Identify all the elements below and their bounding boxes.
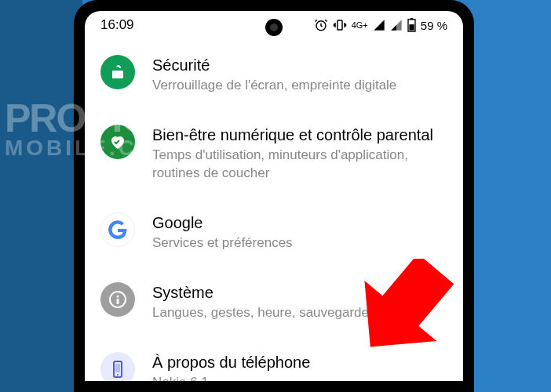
- setting-text: Sécurité Verrouillage de l'écran, emprei…: [152, 53, 447, 95]
- info-icon: [100, 282, 135, 317]
- signal-icon: [373, 19, 385, 31]
- setting-wellbeing[interactable]: Bien-être numérique et contrôle parental…: [85, 109, 463, 197]
- phone-frame: 16:09 4G+ 59 % Sécurité Verrouillage de …: [74, 0, 474, 392]
- setting-subtitle: Langues, gestes, heure, sauvegarde: [152, 304, 447, 322]
- setting-subtitle: Services et préférences: [152, 234, 447, 252]
- svg-point-6: [117, 295, 119, 297]
- setting-title: Sécurité: [152, 55, 447, 75]
- google-icon: [100, 212, 135, 247]
- svg-rect-3: [410, 18, 413, 20]
- network-type: 4G+: [352, 20, 368, 30]
- svg-rect-9: [115, 364, 120, 372]
- setting-subtitle: Nokia 6.1: [152, 374, 447, 381]
- signal-icon-2: [390, 19, 403, 31]
- setting-about-phone[interactable]: À propos du téléphone Nokia 6.1: [85, 336, 463, 381]
- camera-cutout: [265, 19, 283, 36]
- vibrate-icon: [333, 18, 347, 32]
- setting-title: Bien-être numérique et contrôle parental: [152, 125, 447, 145]
- setting-subtitle: Temps d'utilisation, minuteurs d'applica…: [152, 147, 447, 183]
- setting-title: À propos du téléphone: [152, 352, 447, 372]
- status-right: 4G+ 59 %: [314, 18, 447, 32]
- battery-text: 59 %: [421, 19, 447, 32]
- heart-icon: [100, 125, 135, 159]
- setting-security[interactable]: Sécurité Verrouillage de l'écran, emprei…: [85, 39, 463, 109]
- setting-subtitle: Verrouillage de l'écran, empreinte digit…: [152, 77, 447, 95]
- lock-open-icon: [100, 55, 135, 89]
- svg-point-10: [117, 374, 119, 376]
- setting-text: À propos du téléphone Nokia 6.1: [152, 350, 447, 381]
- setting-title: Google: [152, 212, 447, 233]
- alarm-icon: [314, 18, 328, 32]
- setting-title: Système: [152, 282, 447, 303]
- svg-rect-1: [338, 20, 342, 30]
- setting-google[interactable]: Google Services et préférences: [85, 197, 463, 267]
- battery-icon: [407, 18, 416, 32]
- phone-screen: 16:09 4G+ 59 % Sécurité Verrouillage de …: [85, 11, 463, 381]
- setting-text: Google Services et préférences: [152, 211, 447, 252]
- setting-system[interactable]: Système Langues, gestes, heure, sauvegar…: [85, 267, 463, 336]
- phone-icon: [100, 352, 135, 381]
- settings-list[interactable]: Sécurité Verrouillage de l'écran, emprei…: [85, 39, 463, 381]
- setting-text: Bien-être numérique et contrôle parental…: [152, 123, 447, 183]
- setting-text: Système Langues, gestes, heure, sauvegar…: [152, 281, 447, 322]
- svg-rect-4: [409, 24, 414, 31]
- status-time: 16:09: [100, 17, 134, 33]
- svg-rect-7: [117, 299, 119, 304]
